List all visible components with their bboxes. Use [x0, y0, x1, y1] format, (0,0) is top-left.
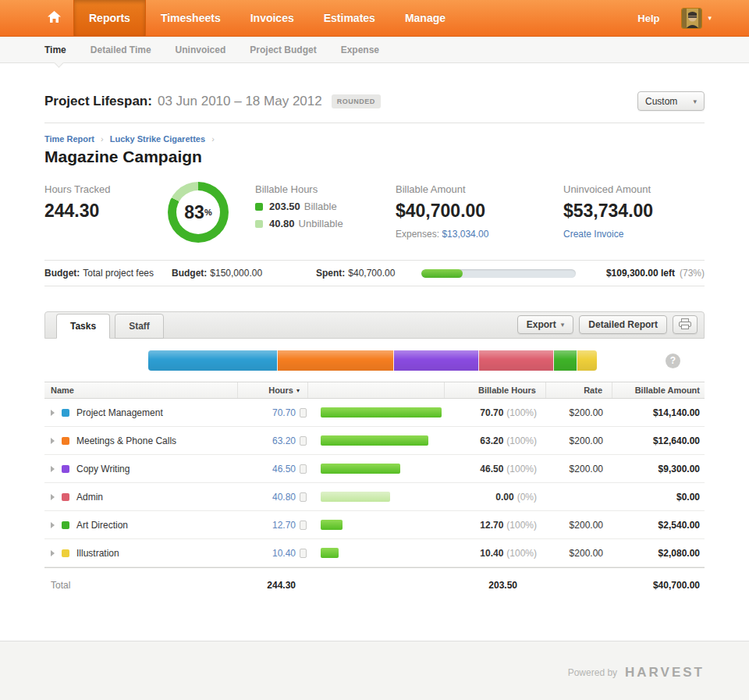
detailed-report-button[interactable]: Detailed Report	[579, 315, 667, 334]
billable-hours-cell: 63.20	[480, 435, 503, 446]
timesheet-note-icon[interactable]	[300, 521, 307, 530]
tab-tasks[interactable]: Tasks	[56, 314, 110, 339]
bar-segment-illustration	[577, 350, 597, 371]
hours-link[interactable]: 12.70	[272, 520, 296, 531]
billable-pct-cell: (100%)	[506, 435, 537, 446]
column-header-rate[interactable]: Rate	[546, 382, 612, 398]
hours-link[interactable]: 63.20	[272, 435, 296, 446]
nav-item-estimates[interactable]: Estimates	[309, 0, 390, 36]
hours-link[interactable]: 40.80	[272, 492, 296, 503]
task-name: Copy Writing	[76, 464, 130, 474]
billable-amount-cell: $0.00	[612, 492, 705, 503]
breadcrumb-separator: ›	[211, 134, 215, 144]
subnav-item-time[interactable]: Time	[44, 37, 66, 62]
budget-left-value: $109,300.00 left	[606, 268, 675, 279]
expand-icon[interactable]	[51, 550, 55, 556]
rate-cell: $200.00	[546, 548, 612, 559]
unbillable-legend-swatch	[255, 220, 263, 228]
expenses-link[interactable]: $13,034.00	[442, 229, 488, 240]
hours-link[interactable]: 10.40	[272, 548, 296, 559]
billable-hours-cell: 0.00	[495, 492, 513, 503]
hours-link[interactable]: 70.70	[272, 407, 296, 418]
expand-icon[interactable]	[51, 494, 55, 500]
expand-icon[interactable]	[51, 438, 55, 444]
budget-label: Budget:	[172, 268, 207, 279]
billable-amount-label: Billable Amount	[396, 183, 563, 195]
spent-label: Spent:	[316, 268, 345, 279]
total-label: Total	[44, 580, 238, 591]
total-hours: 244.30	[238, 580, 308, 591]
hours-bar	[321, 407, 442, 418]
table-row[interactable]: Illustration 10.40 10.40(100%) $200.00 $…	[44, 539, 705, 567]
home-button[interactable]	[35, 0, 73, 36]
timesheet-note-icon[interactable]	[300, 436, 307, 446]
nav-item-manage[interactable]: Manage	[390, 0, 460, 36]
unbillable-hours-text: Unbillable	[299, 218, 343, 229]
summary-stats: Hours Tracked 244.30 83% Billable Hours …	[44, 183, 705, 247]
expand-icon[interactable]	[51, 466, 55, 472]
export-label: Export	[527, 319, 556, 330]
column-header-name[interactable]: Name	[44, 382, 238, 398]
table-row[interactable]: Project Management 70.70 70.70(100%) $20…	[44, 399, 705, 427]
create-invoice-link[interactable]: Create Invoice	[563, 229, 623, 240]
nav-item-reports[interactable]: Reports	[73, 0, 146, 36]
billable-amount-cell: $14,140.00	[612, 407, 705, 418]
billable-hours-label: Billable Hours	[255, 183, 396, 195]
expand-icon[interactable]	[51, 410, 55, 416]
timesheet-note-icon[interactable]	[300, 408, 307, 418]
column-header-hours[interactable]: Hours ▾	[238, 382, 308, 398]
billable-amount-cell: $9,300.00	[612, 464, 705, 474]
table-row[interactable]: Admin 40.80 0.00(0%) $0.00	[44, 483, 705, 511]
export-button[interactable]: Export ▾	[517, 315, 574, 334]
table-row[interactable]: Art Direction 12.70 12.70(100%) $200.00 …	[44, 511, 705, 539]
billable-donut-ring: 83%	[168, 182, 229, 243]
account-caret-icon[interactable]: ▾	[708, 14, 712, 22]
budget-strip: Budget: Total project fees Budget: $150,…	[44, 260, 705, 286]
billable-percent-value: 83	[184, 202, 204, 223]
task-color-swatch	[62, 465, 69, 473]
subnav-item-project-budget[interactable]: Project Budget	[250, 37, 316, 62]
nav-item-timesheets[interactable]: Timesheets	[146, 0, 236, 36]
billable-hours-cell: 70.70	[480, 407, 503, 418]
hours-bar-unbillable	[321, 492, 390, 502]
billable-legend-swatch	[255, 203, 263, 211]
sort-caret-icon: ▾	[296, 387, 300, 394]
home-icon	[48, 11, 61, 26]
tasks-panel: Tasks Staff Export ▾ Detailed Report	[44, 311, 705, 602]
breadcrumb-time-report[interactable]: Time Report	[44, 134, 94, 144]
date-range-select[interactable]: Custom ▾	[637, 91, 705, 111]
timesheet-note-icon[interactable]	[300, 464, 307, 474]
subnav-item-detailed-time[interactable]: Detailed Time	[91, 37, 151, 62]
percent-sign: %	[204, 208, 212, 217]
table-row[interactable]: Meetings & Phone Calls 63.20 63.20(100%)…	[44, 427, 705, 455]
billable-pct-cell: (100%)	[506, 548, 537, 559]
nav-item-invoices[interactable]: Invoices	[236, 0, 309, 36]
avatar[interactable]	[681, 8, 702, 29]
detailed-report-label: Detailed Report	[588, 319, 658, 330]
task-color-swatch	[62, 409, 69, 417]
table-total-row: Total 244.30 203.50 $40,700.00	[44, 567, 705, 602]
task-name: Art Direction	[76, 520, 128, 531]
breadcrumb-client[interactable]: Lucky Strike Cigarettes	[110, 134, 205, 144]
table-row[interactable]: Copy Writing 46.50 46.50(100%) $200.00 $…	[44, 455, 705, 483]
task-color-swatch	[62, 437, 69, 445]
billable-hours-cell: 10.40	[480, 548, 503, 559]
column-header-billable-amount[interactable]: Billable Amount	[612, 382, 705, 398]
billable-hours-cell: 12.70	[480, 520, 503, 531]
bar-segment-project-management	[148, 350, 278, 371]
question-icon[interactable]: ?	[666, 354, 680, 368]
column-header-bar	[308, 382, 445, 398]
subnav-item-expense[interactable]: Expense	[341, 37, 379, 62]
tab-staff[interactable]: Staff	[115, 314, 164, 339]
timesheet-note-icon[interactable]	[300, 492, 307, 502]
breadcrumb: Time Report › Lucky Strike Cigarettes ›	[44, 134, 705, 144]
help-link[interactable]: Help	[637, 12, 659, 24]
hours-link[interactable]: 46.50	[272, 464, 296, 474]
timesheet-note-icon[interactable]	[300, 549, 307, 558]
page-title: Magazine Campaign	[44, 147, 705, 166]
subnav-item-uninvoiced[interactable]: Uninvoiced	[176, 37, 226, 62]
print-button[interactable]	[673, 315, 698, 334]
expand-icon[interactable]	[51, 522, 55, 528]
column-header-billable-hours[interactable]: Billable Hours	[445, 382, 546, 398]
hours-bar	[321, 520, 343, 530]
